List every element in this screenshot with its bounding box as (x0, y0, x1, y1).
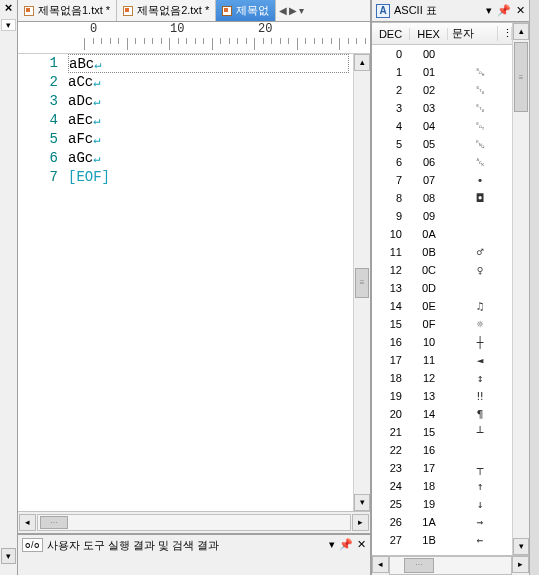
tab-file-1[interactable]: 제목없음1.txt * (18, 0, 117, 21)
table-row[interactable]: 2418↑ (372, 477, 512, 495)
line-number: 1 (18, 54, 58, 73)
window-edge[interactable] (529, 0, 539, 575)
tab-file-2[interactable]: 제목없음2.txt * (117, 0, 216, 21)
col-hex[interactable]: HEX (410, 28, 448, 40)
pin-icon[interactable]: 📌 (497, 4, 511, 17)
table-row[interactable]: 2317┬ (372, 459, 512, 477)
table-row[interactable]: 150F☼ (372, 315, 512, 333)
table-row[interactable]: 101␁ (372, 63, 512, 81)
cell-dec: 5 (372, 138, 410, 150)
col-char[interactable]: 문자 (448, 26, 498, 41)
code-line[interactable]: aBc↵ (68, 54, 349, 73)
cell-hex: 0A (410, 228, 448, 240)
code-line[interactable]: aCc↵ (68, 73, 353, 92)
panel-menu-icon[interactable]: ▾ (329, 538, 335, 551)
ruler-mark: 20 (258, 22, 272, 36)
table-row[interactable]: 271B← (372, 531, 512, 549)
col-dec[interactable]: DEC (372, 28, 410, 40)
tab-menu-icon[interactable]: ▾ (299, 5, 304, 16)
editor-pane: 제목없음1.txt * 제목없음2.txt * 제목없 ◀ ▶ ▾ 0 10 2… (18, 0, 372, 575)
close-icon[interactable]: ✕ (516, 4, 525, 17)
scroll-down-icon[interactable]: ▾ (513, 538, 529, 555)
table-row[interactable]: 2519↓ (372, 495, 512, 513)
cell-dec: 25 (372, 498, 410, 510)
cell-char: ␅ (448, 138, 512, 151)
table-row[interactable]: 1610┼ (372, 333, 512, 351)
code-line[interactable]: aEc↵ (68, 111, 353, 130)
ascii-table-header[interactable]: DEC HEX 문자 ⋮ (372, 23, 512, 45)
table-row[interactable]: 505␅ (372, 135, 512, 153)
return-mark-icon: ↵ (93, 152, 100, 166)
code-area[interactable]: aBc↵aCc↵aDc↵aEc↵aFc↵aGc↵[EOF] (68, 54, 353, 511)
table-row[interactable]: 909 (372, 207, 512, 225)
editor-horizontal-scrollbar[interactable]: ◂ ⋯ ▸ (18, 511, 370, 533)
table-row[interactable]: 1812↕ (372, 369, 512, 387)
scroll-right-icon[interactable]: ▸ (352, 514, 369, 531)
gutter-split-down[interactable]: ▾ (1, 548, 16, 564)
table-row[interactable]: 130D (372, 279, 512, 297)
table-row[interactable]: 606␆ (372, 153, 512, 171)
panel-menu-icon[interactable]: ▾ (486, 4, 492, 17)
cell-hex: 00 (410, 48, 448, 60)
tab-next-icon[interactable]: ▶ (289, 5, 297, 16)
scroll-thumb[interactable]: ⋯ (40, 516, 68, 529)
table-row[interactable]: 2014¶ (372, 405, 512, 423)
cell-dec: 11 (372, 246, 410, 258)
editor-vertical-scrollbar[interactable]: ▴ ≡ ▾ (353, 54, 370, 511)
return-mark-icon: ↵ (94, 58, 101, 72)
output-panel: ᴏ/ᴏ 사용자 도구 실행 결과 및 검색 결과 ▾ 📌 ✕ (18, 533, 370, 575)
code-line[interactable]: aDc↵ (68, 92, 353, 111)
tab-file-3[interactable]: 제목없 (216, 0, 276, 21)
code-line[interactable]: aFc↵ (68, 130, 353, 149)
table-row[interactable]: 1913‼ (372, 387, 512, 405)
table-row[interactable]: 110B♂ (372, 243, 512, 261)
ascii-vertical-scrollbar[interactable]: ▴ ≡ ▾ (512, 23, 529, 555)
table-row[interactable]: 303␃ (372, 99, 512, 117)
scroll-thumb[interactable]: ≡ (514, 42, 528, 112)
scroll-up-icon[interactable]: ▴ (354, 54, 370, 71)
tab-prev-icon[interactable]: ◀ (279, 5, 287, 16)
pin-icon[interactable]: 📌 (339, 538, 353, 551)
scroll-thumb[interactable]: ⋯ (404, 558, 434, 573)
gutter-dropdown[interactable]: ▾ (1, 19, 16, 31)
table-row[interactable]: 120C♀ (372, 261, 512, 279)
code-line[interactable]: aGc↵ (68, 149, 353, 168)
table-row[interactable]: 100A (372, 225, 512, 243)
cell-hex: 0C (410, 264, 448, 276)
ascii-horizontal-scrollbar[interactable]: ◂ ⋯ ▸ (372, 555, 529, 575)
line-number: 2 (18, 73, 58, 92)
col-extra[interactable]: ⋮ (498, 27, 512, 40)
table-row[interactable]: 1711◄ (372, 351, 512, 369)
line-number: 5 (18, 130, 58, 149)
table-row[interactable]: 261A→ (372, 513, 512, 531)
cell-dec: 14 (372, 300, 410, 312)
cell-dec: 12 (372, 264, 410, 276)
close-icon[interactable]: × (0, 0, 17, 18)
cell-hex: 15 (410, 426, 448, 438)
scroll-up-icon[interactable]: ▴ (513, 23, 529, 40)
output-title: 사용자 도구 실행 결과 및 검색 결과 (47, 538, 325, 553)
close-icon[interactable]: ✕ (357, 538, 366, 551)
scroll-right-icon[interactable]: ▸ (512, 556, 529, 573)
table-row[interactable]: 140E♫ (372, 297, 512, 315)
scroll-down-icon[interactable]: ▾ (354, 494, 370, 511)
cell-char: ♀ (448, 264, 512, 277)
table-row[interactable]: 707• (372, 171, 512, 189)
line-number: 3 (18, 92, 58, 111)
table-row[interactable]: 202␂ (372, 81, 512, 99)
cell-hex: 06 (410, 156, 448, 168)
scroll-left-icon[interactable]: ◂ (19, 514, 36, 531)
cell-hex: 05 (410, 138, 448, 150)
scroll-left-icon[interactable]: ◂ (372, 556, 389, 573)
scroll-thumb[interactable]: ≡ (355, 268, 369, 298)
table-row[interactable]: 404␄ (372, 117, 512, 135)
table-row[interactable]: 000 (372, 45, 512, 63)
cell-dec: 0 (372, 48, 410, 60)
return-mark-icon: ↵ (93, 76, 100, 90)
code-line[interactable]: [EOF] (68, 168, 353, 187)
table-row[interactable]: 808◘ (372, 189, 512, 207)
cell-dec: 2 (372, 84, 410, 96)
table-row[interactable]: 2115┴ (372, 423, 512, 441)
cell-char: ␄ (448, 120, 512, 133)
table-row[interactable]: 2216 (372, 441, 512, 459)
